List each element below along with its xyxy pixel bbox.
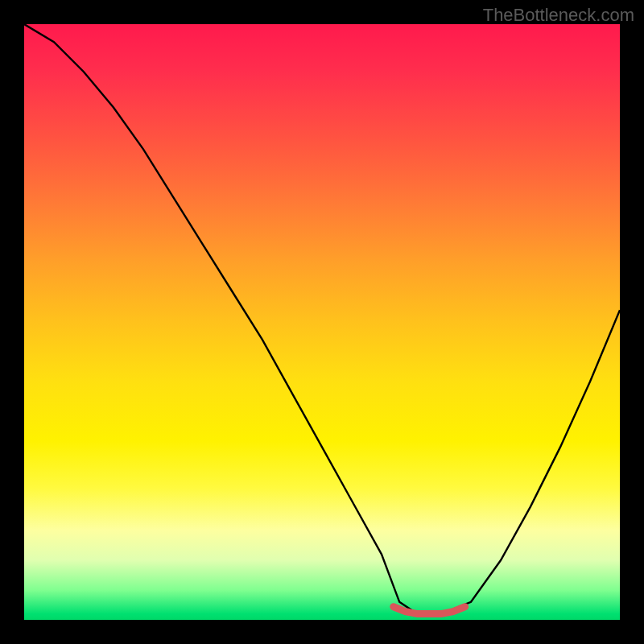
watermark-text: TheBottleneck.com <box>483 5 634 26</box>
chart-svg <box>24 24 620 620</box>
bottleneck-curve <box>24 24 620 614</box>
optimal-band-marker <box>394 607 465 614</box>
plot-area <box>24 24 620 620</box>
